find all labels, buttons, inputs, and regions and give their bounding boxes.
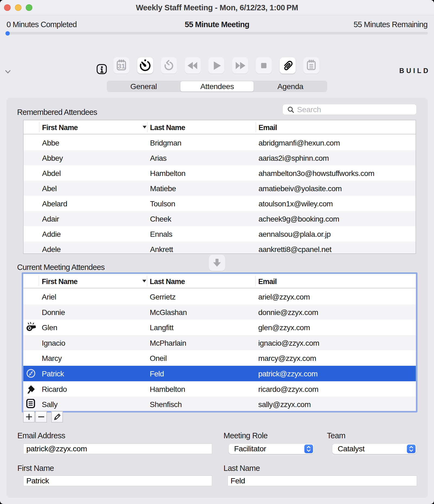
- svg-text:31: 31: [118, 62, 125, 70]
